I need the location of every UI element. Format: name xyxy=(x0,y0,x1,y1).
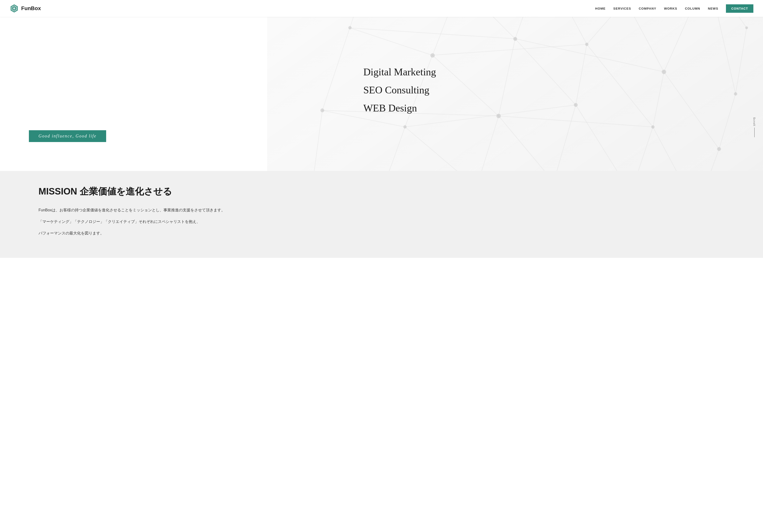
svg-point-78 xyxy=(651,125,654,129)
mission-line-3: パフォーマンスの最大化を図ります。 xyxy=(39,229,724,237)
nav-services[interactable]: SERVICES xyxy=(613,7,631,10)
mission-section: MISSION 企業価値を進化させる FunBoxは、お客様の持つ企業価値を進化… xyxy=(0,171,763,258)
mission-line-1: FunBoxは、お客様の持つ企業価値を進化させることをミッションとし、事業推進の… xyxy=(39,206,724,214)
nav-news[interactable]: NEWS xyxy=(708,7,718,10)
hero-service-1: Digital Marketing xyxy=(363,64,436,80)
main-nav: HOME SERVICES COMPANY WORKS COLUMN NEWS … xyxy=(595,4,753,13)
svg-point-69 xyxy=(430,53,434,57)
nav-company[interactable]: COMPANY xyxy=(639,7,656,10)
hero-section: Digital Marketing SEO Consulting WEB Des… xyxy=(0,17,763,171)
mission-line-2: 「マーケティング」「テクノロジー」「クリエイティブ」それぞれにスペシャリストを抱… xyxy=(39,218,724,226)
hero-tagline: Good influence, Good life xyxy=(29,130,106,142)
svg-point-75 xyxy=(403,125,406,129)
svg-point-77 xyxy=(574,103,578,107)
svg-point-67 xyxy=(745,27,748,29)
hero-background xyxy=(267,17,763,171)
contact-button[interactable]: CONTACT xyxy=(726,4,753,13)
hero-service-3: WEB Design xyxy=(363,100,436,116)
funbox-logo-icon xyxy=(10,4,19,13)
svg-point-71 xyxy=(585,43,589,46)
svg-point-79 xyxy=(717,147,721,151)
svg-point-2 xyxy=(13,7,15,9)
logo-area[interactable]: FunBox xyxy=(10,4,41,13)
hero-service-2: SEO Consulting xyxy=(363,82,436,98)
svg-point-72 xyxy=(662,69,666,74)
svg-point-68 xyxy=(348,26,351,29)
hero-services: Digital Marketing SEO Consulting WEB Des… xyxy=(363,64,436,118)
nav-works[interactable]: WORKS xyxy=(664,7,677,10)
mission-title: MISSION 企業価値を進化させる xyxy=(39,185,724,198)
mission-body: FunBoxは、お客様の持つ企業価値を進化させることをミッションとし、事業推進の… xyxy=(39,206,724,237)
network-graphic xyxy=(267,17,763,171)
svg-point-76 xyxy=(496,114,501,118)
scroll-text: Scroll xyxy=(753,117,756,126)
scroll-indicator: Scroll xyxy=(753,117,756,137)
svg-point-73 xyxy=(734,92,737,96)
svg-point-74 xyxy=(320,109,324,112)
nav-home[interactable]: HOME xyxy=(595,7,605,10)
scroll-line xyxy=(754,128,755,137)
svg-point-70 xyxy=(513,37,517,41)
nav-column[interactable]: COLUMN xyxy=(685,7,700,10)
logo-text: FunBox xyxy=(21,5,41,12)
site-header: FunBox HOME SERVICES COMPANY WORKS COLUM… xyxy=(0,0,763,17)
